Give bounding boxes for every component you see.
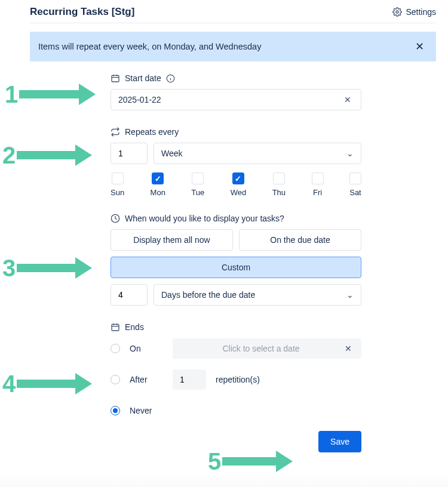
repeat-count-input[interactable] [111, 143, 148, 164]
bottom-fade [0, 474, 448, 487]
save-button[interactable]: Save [318, 431, 361, 452]
ends-after-count-input[interactable] [173, 369, 206, 390]
custom-unit-select[interactable]: Days before the due date ⌄ [154, 284, 361, 306]
info-banner: Items will repeat every week, on Monday,… [30, 32, 436, 61]
day-checkbox-fri[interactable] [312, 172, 324, 184]
settings-label: Settings [406, 7, 436, 17]
display-section: When would you like to display your task… [111, 214, 361, 306]
header: Recurring Tasks [Stg] Settings [30, 0, 436, 23]
chevron-down-icon: ⌄ [346, 149, 354, 158]
annotation-number: 2 [2, 143, 16, 167]
arrow-icon [17, 377, 93, 391]
day-checkbox-sat[interactable] [349, 172, 361, 184]
ends-never-label: Never [130, 406, 163, 415]
day-mon: Mon [151, 172, 165, 197]
day-fri: Fri [312, 172, 324, 197]
arrow-icon [17, 261, 93, 275]
clear-icon[interactable]: ✕ [342, 95, 354, 104]
annotation-number: 4 [2, 372, 16, 396]
start-date-value: 2025-01-22 [118, 95, 342, 104]
close-icon[interactable]: ✕ [412, 40, 428, 53]
svg-point-0 [396, 11, 398, 13]
annotation-number: 3 [2, 256, 16, 280]
day-label: Sun [111, 188, 124, 197]
display-custom-button[interactable]: Custom [111, 257, 361, 278]
repeats-section: Repeats every Week ⌄ SunMonTueWedThuFriS… [111, 127, 361, 197]
ends-on-label: On [130, 344, 163, 353]
display-label: When would you like to display your task… [125, 214, 284, 223]
ends-on-date-input[interactable]: Click to select a date ✕ [173, 338, 361, 359]
repeat-unit-select[interactable]: Week ⌄ [154, 143, 361, 164]
day-checkbox-sun[interactable] [112, 172, 124, 184]
arrow-icon [17, 148, 93, 162]
page-title: Recurring Tasks [Stg] [30, 6, 392, 18]
day-checkbox-mon[interactable] [152, 172, 164, 184]
ends-never-radio[interactable] [111, 406, 120, 415]
gear-icon [392, 7, 402, 17]
day-label: Fri [313, 188, 322, 197]
ends-section: Ends On Click to select a date ✕ After r… [111, 322, 361, 421]
arrow-icon [19, 87, 97, 101]
repeat-unit-value: Week [161, 149, 183, 158]
repeat-icon [111, 127, 120, 137]
day-label: Mon [151, 188, 165, 197]
clock-icon [111, 214, 120, 223]
arrow-icon [222, 454, 294, 468]
display-due-button[interactable]: On the due date [239, 229, 361, 251]
ends-after-suffix: repetition(s) [216, 375, 260, 384]
day-sun: Sun [111, 172, 124, 197]
chevron-down-icon: ⌄ [346, 290, 354, 300]
info-icon[interactable] [166, 74, 175, 83]
day-checkbox-tue[interactable] [192, 172, 204, 184]
settings-button[interactable]: Settings [392, 7, 436, 17]
svg-rect-1 [112, 75, 119, 82]
repeats-label: Repeats every [125, 127, 179, 137]
start-date-label: Start date [125, 73, 161, 83]
svg-rect-4 [112, 324, 119, 331]
display-all-button[interactable]: Display them all now [111, 229, 233, 251]
day-tue: Tue [191, 172, 204, 197]
day-wed: Wed [231, 172, 247, 197]
day-label: Sat [349, 188, 361, 197]
annotation-number: 5 [208, 449, 221, 473]
day-label: Wed [231, 188, 247, 197]
day-thu: Thu [272, 172, 286, 197]
custom-unit-value: Days before the due date [161, 290, 255, 300]
day-sat: Sat [349, 172, 361, 197]
ends-after-label: After [130, 375, 163, 384]
ends-on-placeholder: Click to select a date [180, 344, 342, 353]
day-checkbox-wed[interactable] [232, 172, 244, 184]
annotation-number: 1 [5, 82, 18, 106]
ends-after-radio[interactable] [111, 375, 120, 384]
day-label: Thu [272, 188, 286, 197]
calendar-icon [111, 322, 120, 332]
clear-icon[interactable]: ✕ [342, 344, 354, 353]
ends-on-radio[interactable] [111, 344, 120, 353]
day-checkbox-thu[interactable] [273, 172, 285, 184]
start-date-section: Start date 2025-01-22 ✕ [111, 73, 361, 110]
ends-label: Ends [125, 322, 144, 332]
banner-text: Items will repeat every week, on Monday,… [38, 42, 412, 51]
calendar-icon [111, 73, 120, 83]
custom-count-input[interactable] [111, 284, 148, 306]
day-label: Tue [191, 188, 204, 197]
start-date-input[interactable]: 2025-01-22 ✕ [111, 89, 361, 110]
